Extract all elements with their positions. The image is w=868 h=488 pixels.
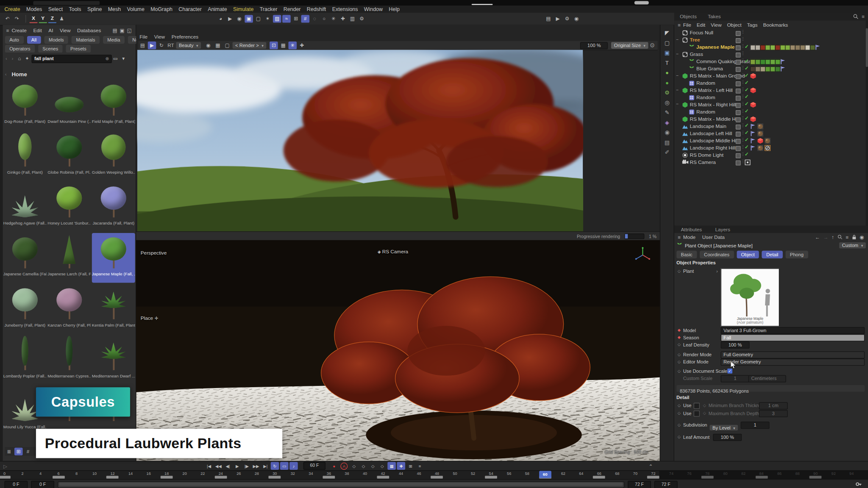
coordinate-system-icon[interactable]: ♟ [58, 15, 66, 22]
gear-green-icon[interactable]: ⚙ [662, 88, 672, 97]
layer-square[interactable] [736, 89, 741, 94]
flag-tag-icon[interactable] [780, 66, 786, 72]
toolbar-icon[interactable]: ◉ [235, 15, 244, 22]
key-pla-icon[interactable]: ▦ [387, 462, 396, 470]
object-name[interactable]: RS Matrix - Middle Hill [690, 116, 739, 122]
rv-icon[interactable]: ▶ [148, 42, 156, 49]
object-row-landscape-middle-hill[interactable]: Landscape Middle Hill⋮✓ [674, 137, 868, 144]
attribute-tab[interactable]: Object [737, 251, 759, 258]
key-dyn-icon[interactable]: ✚ [397, 462, 405, 470]
subdivision-mode-dropdown[interactable]: By Level [709, 425, 738, 430]
toolbar-icon[interactable]: ◕ [217, 15, 225, 22]
layer-square[interactable] [736, 161, 741, 166]
hamburger-icon[interactable]: ≡ [5, 26, 11, 34]
menu-item[interactable]: Tools [69, 6, 81, 12]
menu-item[interactable]: Animate [208, 6, 227, 12]
place-tool-label[interactable]: Place ✛ [141, 315, 158, 321]
rv-settings-gear-icon[interactable]: ⚙ [648, 42, 657, 49]
render-button[interactable]: ▶ [554, 15, 562, 22]
enabled-check-icon[interactable]: ✓ [745, 80, 749, 85]
object-name[interactable]: RS Dome Light [690, 152, 723, 158]
layer-square[interactable] [736, 67, 741, 72]
object-name[interactable]: RS Matrix - Left Hill [690, 87, 732, 93]
object-row-common-quaking-grass[interactable]: Common Quaking Grass⋮✓ [674, 58, 868, 65]
custom-scale-field[interactable]: 1 [721, 375, 750, 383]
object-name[interactable]: Focus Null [690, 30, 713, 36]
goto-start-button[interactable]: |◀ [205, 462, 213, 470]
zoom-field[interactable]: 100 % [580, 42, 608, 49]
season-slider[interactable]: Fall [721, 334, 865, 341]
asset-item[interactable]: Lombardy Poplar (Fall... [3, 335, 47, 385]
rv-icon[interactable]: ▦ [214, 42, 222, 49]
browser-tab[interactable]: Auto [5, 36, 24, 44]
camera-target-icon[interactable] [745, 159, 751, 165]
key-diamond[interactable]: ◇ [678, 342, 681, 347]
asset-item[interactable]: Field Maple (Fall, Plant) [92, 80, 135, 130]
attr-hamburger-icon[interactable]: ≡ [676, 233, 682, 241]
sphere-green-icon[interactable]: ● [662, 68, 672, 77]
view-mode-icon[interactable]: ≣ [5, 448, 14, 455]
asset-item[interactable]: Ginkgo (Fall, Plant) [3, 131, 47, 181]
breadcrumb[interactable]: Home [11, 71, 27, 77]
measure-tool-icon[interactable]: ✐ [662, 148, 672, 157]
view-mode-icon[interactable]: # [24, 448, 32, 455]
forward-icon[interactable]: › [10, 55, 15, 62]
asset-item[interactable]: Golden Weeping Willo... [92, 131, 135, 181]
play-button[interactable]: ▶ [233, 462, 242, 470]
expand-icon[interactable]: − [676, 102, 679, 107]
layer-square[interactable] [736, 110, 741, 115]
object-name[interactable]: Landscape Right Hill [690, 145, 735, 150]
enabled-check-icon[interactable]: ✓ [745, 152, 749, 157]
browser-menu-item[interactable]: Edit [33, 28, 42, 33]
panel-tab[interactable]: Layers [709, 225, 737, 233]
toolbar-icon[interactable]: ⚙ [358, 15, 366, 22]
object-name[interactable]: Landscape Main [690, 123, 726, 129]
next-frame-button[interactable]: |▶ [242, 462, 251, 470]
view-mode-icon[interactable]: ⊞ [14, 448, 23, 455]
key-diamond[interactable]: ◇ [678, 403, 681, 408]
loop-button[interactable]: ↻ [271, 462, 279, 470]
rs-tag-icon[interactable] [750, 73, 756, 79]
asset-item[interactable]: Mediterranean Cypres... [47, 335, 91, 385]
menu-item[interactable]: Render [284, 6, 301, 12]
object-row-japanese-maple[interactable]: Japanese Maple⋮✓ [674, 44, 868, 51]
parent-up-icon[interactable]: ↑ [832, 234, 834, 240]
size-dropdown[interactable]: Original Size [611, 42, 648, 49]
object-name[interactable]: Blue Grama [696, 66, 723, 71]
select-tool-icon[interactable]: ◤ [662, 28, 672, 37]
layer-square[interactable] [736, 146, 741, 151]
key-scale-icon[interactable]: ◇ [359, 462, 368, 470]
record-button[interactable]: ● [330, 462, 338, 470]
enabled-check-icon[interactable]: ✓ [745, 101, 749, 107]
toolbar-icon[interactable]: ○ [320, 15, 328, 22]
object-row-random[interactable]: Random⋮✓ [674, 108, 868, 116]
menu-item[interactable]: Redshift [307, 6, 326, 12]
browser-top-icon[interactable]: ▤ [112, 26, 118, 34]
attr-search-icon[interactable] [837, 235, 843, 240]
enabled-check-icon[interactable]: ✓ [745, 72, 749, 78]
lock-icon[interactable] [852, 235, 856, 240]
panel-tab[interactable]: Attributes [674, 225, 709, 233]
custom-dropdown[interactable]: Custom [839, 242, 865, 248]
rs-tag-icon[interactable] [750, 116, 756, 122]
timeline-ruler[interactable]: 0246810121416182022242628303234363840424… [0, 470, 868, 480]
expand-icon[interactable]: − [676, 87, 679, 92]
key-diamond[interactable]: ◇ [678, 369, 681, 373]
goto-end-button[interactable]: ▶| [261, 462, 270, 470]
asset-item[interactable]: Juneberry (Fall, Plant) [3, 284, 47, 334]
enabled-check-icon[interactable]: ✓ [745, 116, 749, 121]
camera-label[interactable]: ◈ RS Camera [378, 249, 408, 255]
toolbar-icon[interactable]: ✚ [339, 15, 347, 22]
render-canvas[interactable] [137, 50, 583, 231]
range-button[interactable]: ▭ [280, 462, 289, 470]
browser-tab[interactable]: Presets [66, 45, 91, 53]
object-row-focus-null[interactable]: Focus Null⋮ [674, 29, 868, 36]
enabled-check-icon[interactable]: ✓ [745, 123, 749, 128]
undo-icon[interactable]: ↶ [3, 15, 12, 22]
rv-icon[interactable]: ↻ [157, 42, 166, 49]
min-branch-field[interactable]: 1 cm [759, 402, 788, 410]
layer-square[interactable] [736, 132, 741, 137]
object-row-rs-camera[interactable]: RS Camera⋮ [674, 159, 868, 166]
layer-square[interactable] [736, 139, 741, 144]
browser-tab[interactable]: All [27, 36, 41, 44]
